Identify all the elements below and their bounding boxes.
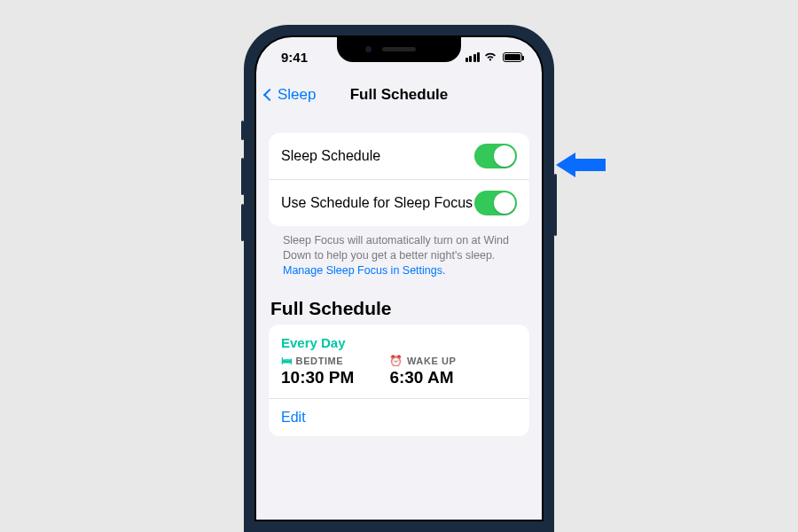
arrow-shaft [575,159,606,171]
use-focus-toggle[interactable] [474,191,517,215]
content: Sleep Schedule Use Schedule for Sleep Fo… [256,133,542,436]
volume-down-button [241,204,244,241]
bedtime-value: 10:30 PM [281,368,354,387]
footnote: Sleep Focus will automatically turn on a… [269,226,529,278]
phone-bezel: 9:41 Sleep Full Schedule [254,35,544,521]
wakeup-value: 6:30 AM [389,368,456,387]
wifi-icon [483,51,497,62]
use-focus-row: Use Schedule for Sleep Focus [269,179,529,226]
mute-switch [241,121,244,140]
notch [337,35,461,62]
battery-icon [503,52,522,62]
toggles-card: Sleep Schedule Use Schedule for Sleep Fo… [269,133,529,226]
status-time: 9:41 [281,50,308,65]
bedtime-column: 🛏 BEDTIME 10:30 PM [281,356,354,387]
wakeup-column: ⏰ WAKE UP 6:30 AM [389,356,456,387]
chevron-left-icon [263,89,276,101]
toggle-knob [494,192,515,214]
bedtime-label: BEDTIME [296,356,344,366]
wakeup-label: WAKE UP [407,356,457,366]
manage-sleep-focus-link[interactable]: Manage Sleep Focus in Settings. [283,264,445,277]
toggle-knob [494,145,515,167]
power-button [554,174,557,236]
volume-up-button [241,158,244,195]
footnote-text: Sleep Focus will automatically turn on a… [283,234,509,262]
section-title: Full Schedule [270,298,528,319]
bed-icon: 🛏 [281,356,293,366]
bedtime-label-row: 🛏 BEDTIME [281,356,354,366]
sleep-schedule-row: Sleep Schedule [269,133,529,179]
navigation-bar: Sleep Full Schedule [256,76,542,113]
back-button[interactable]: Sleep [265,86,316,104]
schedule-recurrence: Every Day [281,335,517,350]
speaker [382,47,416,51]
callout-arrow [556,153,606,177]
wakeup-label-row: ⏰ WAKE UP [389,356,456,366]
edit-button[interactable]: Edit [269,398,529,436]
back-label: Sleep [278,86,316,104]
alarm-icon: ⏰ [389,356,403,366]
schedule-columns: 🛏 BEDTIME 10:30 PM ⏰ WAKE UP 6:30 AM [281,356,517,387]
status-icons [466,51,523,62]
phone-frame: 9:41 Sleep Full Schedule [244,25,554,532]
front-camera [365,46,372,52]
schedule-card[interactable]: Every Day 🛏 BEDTIME 10:30 PM ⏰ [269,325,529,436]
cellular-signal-icon [466,52,481,62]
page-title: Full Schedule [350,86,449,104]
sleep-schedule-toggle[interactable] [474,144,517,168]
arrow-head-icon [556,153,575,177]
use-focus-label: Use Schedule for Sleep Focus [281,195,473,211]
sleep-schedule-label: Sleep Schedule [281,148,380,164]
screen: 9:41 Sleep Full Schedule [256,37,542,520]
